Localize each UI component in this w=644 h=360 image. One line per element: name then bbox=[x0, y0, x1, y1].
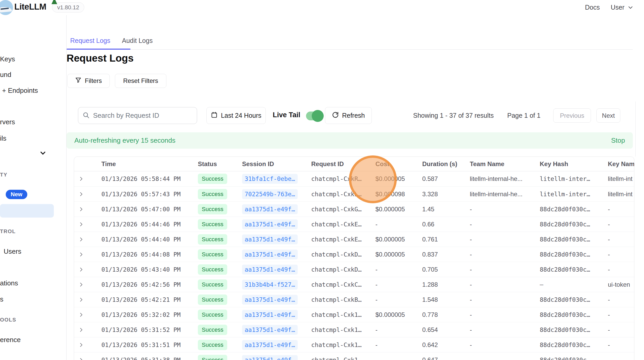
cell-cost: $0.000005 bbox=[368, 206, 414, 213]
status-badge: Success bbox=[198, 340, 227, 350]
cell-time: 01/13/2026 05:44:08 PM bbox=[91, 251, 190, 258]
cell-status: Success bbox=[190, 325, 237, 335]
cell-time: 01/13/2026 05:31:38 PM bbox=[91, 357, 190, 360]
reset-filters-button[interactable]: Reset Filters bbox=[115, 74, 166, 88]
cell-duration: 3.328 bbox=[414, 191, 462, 198]
sidebar-item-organizations[interactable]: ations bbox=[0, 279, 18, 287]
expand-row-button[interactable] bbox=[74, 357, 91, 360]
session-id-link[interactable]: aa1375d1-e49f… bbox=[242, 219, 298, 229]
expand-row-button[interactable] bbox=[74, 252, 91, 257]
sidebar-item-api-reference[interactable]: erence bbox=[0, 336, 21, 344]
session-id-link[interactable]: aa1375d1-e49f… bbox=[242, 325, 298, 335]
column-header-key-name: Key Name bbox=[600, 160, 634, 168]
cell-time: 01/13/2026 05:58:44 PM bbox=[91, 175, 190, 182]
expand-row-button[interactable] bbox=[74, 176, 91, 182]
cell-team-name: - bbox=[462, 341, 532, 349]
cell-duration: 0.654 bbox=[414, 326, 462, 333]
cell-cost: - bbox=[368, 281, 414, 288]
content-right-divider bbox=[635, 101, 636, 156]
filters-button[interactable]: Filters bbox=[67, 74, 110, 88]
click-highlight-ring bbox=[349, 155, 397, 203]
sidebar-collapse-chevron-icon[interactable] bbox=[39, 149, 47, 158]
expand-row-button[interactable] bbox=[74, 327, 91, 333]
cell-team-name: - bbox=[462, 326, 532, 333]
user-menu[interactable]: User bbox=[611, 4, 634, 11]
table-row: 01/13/2026 05:42:21 PM Success aa1375d1-… bbox=[74, 292, 634, 307]
expand-row-button[interactable] bbox=[74, 342, 91, 348]
cell-session-id: aa1375d1-e49f… bbox=[237, 310, 303, 320]
expand-row-button[interactable] bbox=[74, 237, 91, 242]
expand-row-button[interactable] bbox=[74, 297, 91, 303]
cell-status: Success bbox=[190, 219, 237, 230]
sidebar-item-playground[interactable]: und bbox=[0, 70, 11, 79]
refresh-button[interactable]: Refresh bbox=[325, 107, 372, 124]
reset-filters-label: Reset Filters bbox=[123, 77, 158, 84]
cell-request-id: chatcmpl-CxkB… bbox=[303, 296, 368, 303]
session-id-link[interactable]: aa1375d1-e49f… bbox=[242, 250, 298, 259]
status-badge: Success bbox=[198, 174, 227, 184]
cell-cost: - bbox=[368, 221, 414, 228]
session-id-link[interactable]: 31bfa1cf-0ebe… bbox=[242, 174, 298, 184]
expand-row-button[interactable] bbox=[74, 267, 91, 272]
tab-audit-logs[interactable]: Audit Logs bbox=[122, 37, 153, 44]
cell-cost: - bbox=[368, 356, 414, 360]
time-range-button[interactable]: Last 24 Hours bbox=[206, 107, 266, 124]
cell-request-id: chatcmpl-Cxk1… bbox=[303, 326, 368, 333]
brand-title: LiteLLM bbox=[14, 2, 46, 12]
session-id-link[interactable]: aa1375d1-e49f… bbox=[242, 355, 298, 360]
expand-row-button[interactable] bbox=[74, 206, 91, 212]
sidebar-item-models-endpoints[interactable]: + Endpoints bbox=[2, 86, 38, 95]
auto-refresh-message: Auto-refreshing every 15 seconds bbox=[74, 136, 175, 145]
new-badge: New bbox=[6, 190, 27, 199]
session-id-link[interactable]: aa1375d1-e49f… bbox=[242, 310, 298, 320]
session-id-link[interactable]: aa1375d1-e49f… bbox=[242, 340, 298, 350]
cell-key-hash: 88dc28d0f030c… bbox=[532, 357, 600, 360]
expand-row-button[interactable] bbox=[74, 282, 91, 287]
live-tail-label: Live Tail bbox=[273, 111, 300, 119]
session-id-link[interactable]: 7022549b-763e… bbox=[242, 189, 298, 199]
expand-row-button[interactable] bbox=[74, 221, 91, 227]
session-id-link[interactable]: aa1375d1-e49f… bbox=[242, 265, 298, 274]
session-id-link[interactable]: 31b3b4b4-f527… bbox=[242, 280, 298, 290]
tab-request-logs[interactable]: Request Logs bbox=[70, 37, 110, 44]
next-page-button[interactable]: Next bbox=[596, 108, 620, 123]
session-id-link[interactable]: aa1375d1-e49f… bbox=[242, 295, 298, 305]
active-tab-underline bbox=[67, 49, 131, 50]
cell-time: 01/13/2026 05:47:00 PM bbox=[91, 206, 190, 213]
cell-time: 01/13/2026 05:44:40 PM bbox=[91, 236, 190, 243]
cell-team-name: litellm-internal-he... bbox=[462, 191, 532, 198]
sidebar-nav: Keys und + Endpoints rvers ils TY New TR… bbox=[0, 15, 67, 360]
expand-row-button[interactable] bbox=[74, 312, 91, 318]
cell-time: 01/13/2026 05:57:43 PM bbox=[91, 191, 190, 198]
page-indicator: Page 1 of 1 bbox=[507, 112, 541, 119]
live-tail-toggle[interactable] bbox=[306, 112, 322, 120]
sidebar-item-servers[interactable]: rvers bbox=[0, 118, 15, 126]
cell-key-hash: 88dc28d0f030c… bbox=[532, 251, 600, 258]
top-navbar: LiteLLM v1.80.12 Docs User bbox=[0, 0, 644, 15]
previous-page-button[interactable]: Previous bbox=[553, 108, 591, 123]
cell-status: Success bbox=[190, 279, 237, 290]
cell-key-hash: 88dc28d0f030c… bbox=[532, 326, 600, 333]
expand-row-button[interactable] bbox=[74, 191, 91, 197]
stop-refresh-button[interactable]: Stop bbox=[611, 136, 625, 145]
column-header-duration: Duration (s) bbox=[414, 160, 462, 168]
sidebar-item-guardrails[interactable]: ils bbox=[0, 134, 6, 142]
sidebar-item-keys[interactable]: Keys bbox=[0, 55, 15, 63]
sidebar-item-logs-selected[interactable] bbox=[0, 204, 54, 218]
cell-duration: 0.837 bbox=[414, 251, 462, 258]
column-header-team-name: Team Name bbox=[462, 160, 532, 168]
sidebar-item-teams[interactable]: s bbox=[0, 295, 3, 303]
search-input[interactable] bbox=[93, 112, 189, 120]
sidebar-item-users[interactable]: Users bbox=[4, 247, 21, 256]
cell-cost: $0.000005 bbox=[368, 251, 414, 258]
cell-request-id: chatcmpl-CxkG… bbox=[303, 206, 368, 213]
docs-link[interactable]: Docs bbox=[585, 4, 600, 11]
cell-status: Success bbox=[190, 174, 237, 184]
session-id-link[interactable]: aa1375d1-e49f… bbox=[242, 234, 298, 244]
session-id-link[interactable]: aa1375d1-e49f… bbox=[242, 204, 298, 214]
cell-time: 01/13/2026 05:42:21 PM bbox=[91, 296, 190, 303]
cell-key-name: - bbox=[600, 251, 634, 258]
table-row: 01/13/2026 05:44:08 PM Success aa1375d1-… bbox=[74, 247, 634, 262]
table-row: 01/13/2026 05:31:52 PM Success aa1375d1-… bbox=[74, 322, 634, 337]
cell-key-name: - bbox=[600, 296, 634, 303]
